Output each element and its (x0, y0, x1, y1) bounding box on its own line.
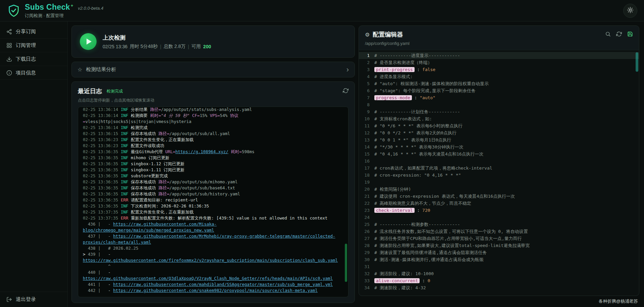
editor-line-number: 19 (359, 179, 374, 186)
right-column: ⚙ 配置编辑器 /app/config/config.yaml 1# -----… (359, 25, 639, 307)
download-icon (6, 56, 12, 62)
editor-line: 31 (359, 263, 639, 270)
sidebar-item-logout[interactable]: 退出登录 (0, 292, 67, 307)
editor-line: 17# cron表达式，如果配置了此项，将忽略check-interval (359, 165, 639, 172)
log-link[interactable]: https://raw.githubusercontent.com/MrMohe… (83, 234, 335, 245)
editor-line-number: 28 (359, 242, 374, 249)
sidebar-item-download-logs[interactable]: 下载日志 (0, 52, 67, 66)
log-line: 02-25 13:36:23 INF 配置文件发生变化，正在重新加载 (83, 137, 342, 143)
editor-refresh-button[interactable] (616, 31, 622, 38)
log-link[interactable]: https://raw.githubusercontent.com/firefo… (83, 258, 338, 263)
editor-line: 16 (359, 158, 639, 165)
editor-line-number: 1 (359, 52, 374, 59)
log-line: 02-25 13:36:14 INF 分析结果 路径=/app/output/s… (83, 107, 342, 113)
log-line: 02-25 13:36:14 INF 检测完成 (83, 125, 342, 131)
start-check-button[interactable] (80, 33, 97, 50)
log-console[interactable]: 02-25 13:36:14 INF 订阅统计 路径=/app/output/s… (78, 107, 348, 297)
editor-line-number: 13 (359, 136, 374, 143)
editor-line-number: 33 (359, 277, 374, 284)
log-line: 02-25 13:36:35 INF singbox-1.12 订阅已更新 (83, 161, 342, 167)
editor-line: 34# 测速阶段，建议: 4-32 (359, 284, 639, 291)
theme-toggle-button[interactable] (623, 4, 637, 18)
editor-line: 1# ------------进度显示------------ (359, 52, 639, 59)
last-check-available-label: 可用 (192, 44, 201, 50)
editor-line-number: 18 (359, 172, 374, 179)
log-line: 440 | - https://raw.githubusercontent.co… (83, 269, 342, 282)
editor-line: 32# 测活阶段，建议: 10-1000 (359, 270, 639, 277)
last-check-date: 02/25 13:36 (103, 44, 127, 49)
editor-line: 11# "0 */6 * * *" 表示每6小时的整点执行 (359, 122, 639, 129)
editor-line: 4# 进度条显示模式: (359, 73, 639, 80)
logs-header: 最近日志 检测完成 (78, 87, 348, 95)
log-console-content: 02-25 13:36:14 INF 订阅统计 路径=/app/output/s… (83, 107, 342, 294)
sidebar-item-subscriptions[interactable]: 订阅管理 (0, 39, 67, 52)
save-icon (627, 31, 633, 38)
log-line: 436 | - https://raw.githubusercontent.co… (83, 221, 342, 233)
editor-line: 2# 是否显示检测进度（终端） (359, 59, 639, 66)
content-area: 分享订阅订阅管理下载日志项目信息 退出登录 上次检测 02/25 13 (0, 21, 644, 307)
last-check-available-value: 200 (203, 44, 211, 49)
editor-line: 14# "*/30 * * * *" 表示每30分钟执行一次 (359, 143, 639, 150)
editor-line-number: 8 (359, 101, 374, 108)
app-title: Subs Check (25, 3, 70, 12)
log-line: 02-25 13:37:35 ERR 重新加载配置文件失败: 解析配置文件失败:… (83, 215, 342, 221)
editor-line: 21# 建议使用 cron-expression 表达式，每天凌晨4点和16点执… (359, 193, 639, 200)
log-link[interactable]: https://g.108964.xyz/ (175, 149, 228, 154)
header: Subs Check + v2.0.0-beta.4 订阅检测 · 配置管理 (0, 0, 644, 21)
last-check-card: 上次检测 02/25 13:36 用时 5分48秒 | 总数 2.8万 | 可用… (71, 25, 355, 58)
editor-search-button[interactable] (605, 31, 611, 38)
log-link[interactable]: https://raw.githubusercontent.com/snakem… (113, 288, 318, 293)
logout-icon (6, 297, 12, 302)
sidebar-item-label: 项目信息 (16, 70, 36, 76)
editor-line-number: 14 (359, 143, 374, 150)
main-column: 上次检测 02/25 13:36 用时 5分48秒 | 总数 2.8万 | 可用… (71, 25, 355, 303)
last-check-duration: 用时 5分48秒 (130, 44, 158, 50)
log-line: 02-25 13:37:35 INF 配置文件发生变化，正在重新加载 (83, 209, 342, 215)
editor-save-button[interactable] (627, 31, 633, 38)
log-line: 02-25 13:36:14 INF 检测摘要 耗时="4 分 59 秒" CF… (83, 113, 342, 125)
editor-line-number: 3 (359, 66, 374, 73)
editor-line-number: 29 (359, 249, 374, 256)
grid-icon (6, 43, 12, 48)
analysis-result-row[interactable]: ☆ 检测结果分析 › (71, 62, 355, 77)
code-editor[interactable]: 1# ------------进度显示------------2# 是否显示检测… (359, 50, 639, 296)
editor-scrollbar-thumb[interactable] (636, 52, 638, 72)
sidebar-item-share[interactable]: 分享订阅 (0, 25, 67, 39)
sun-icon (627, 7, 634, 14)
editor-line: 20# 检查间隔(分钟) (359, 186, 639, 193)
log-line: 02-25 13:36:35 INF 保存本地成功 路径=/app/output… (83, 191, 342, 197)
editor-line-number: 2 (359, 59, 374, 66)
app-subtitle: 订阅检测 · 配置管理 (25, 13, 103, 19)
log-link[interactable]: https://raw.githubusercontent.com/Q3dlaX… (83, 276, 333, 281)
recent-logs-card: 最近日志 检测完成 点击日志暂停刷新，点击其他区域恢复滚动 02-25 13:3… (71, 81, 355, 303)
editor-line: 9# ------------计划任务------------ (359, 108, 639, 115)
editor-line-number: 32 (359, 270, 374, 277)
editor-line-number: 16 (359, 158, 374, 165)
stats-separator: | (188, 44, 189, 49)
editor-line-number: 30 (359, 256, 374, 263)
log-scrollbar-thumb[interactable] (345, 244, 347, 282)
last-check-stats: 02/25 13:36 用时 5分48秒 | 总数 2.8万 | 可用 200 (103, 44, 211, 50)
editor-line: 33alive-concurrent : 0 (359, 277, 639, 284)
log-line: 02-25 13:36:23 INF 配置文件读取成功 (83, 143, 342, 149)
editor-line: 26# 流水线任务并发数,如不知怎么设置，可将以下任意一个设为 0, 将自动设置 (359, 228, 639, 235)
sidebar-item-project-info[interactable]: 项目信息 (0, 66, 67, 80)
log-line: 441 | - https://raw.githubusercontent.co… (83, 282, 342, 288)
editor-header: ⚙ 配置编辑器 (359, 30, 639, 39)
app-root: Subs Check + v2.0.0-beta.4 订阅检测 · 配置管理 分… (0, 0, 644, 307)
logs-refresh-button[interactable] (343, 88, 348, 95)
stats-separator: | (160, 44, 161, 49)
editor-line: 19 (359, 179, 639, 186)
app-title-block: Subs Check + v2.0.0-beta.4 订阅检测 · 配置管理 (25, 3, 103, 19)
star-icon[interactable]: ☆ (77, 66, 82, 73)
editor-line-number: 7 (359, 94, 374, 101)
editor-line-number: 27 (359, 235, 374, 242)
editor-line-number: 6 (359, 87, 374, 94)
editor-line: 28# 测速阶段占用带宽,如果要设大,建议设置total-speed-limit… (359, 242, 639, 249)
editor-line: 23check-interval : 720 (359, 207, 639, 214)
sidebar-item-label: 分享订阅 (16, 28, 36, 35)
log-line: 02-25 13:36:35 INF 保存本地成功 路径=/app/output… (83, 179, 342, 185)
log-line: 02-25 13:36:35 INF singbox-1.11 订阅已更新 (83, 167, 342, 173)
editor-line-number: 31 (359, 263, 374, 270)
log-link[interactable]: https://raw.githubusercontent.com/mahdib… (113, 282, 333, 287)
